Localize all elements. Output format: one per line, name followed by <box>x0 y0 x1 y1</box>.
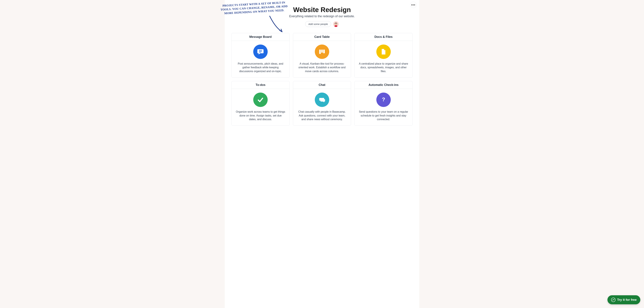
message-board-icon <box>253 44 268 59</box>
svg-rect-3 <box>259 50 262 51</box>
tool-desc: A visual, Kanban-like tool for process-o… <box>297 62 347 73</box>
people-row: Add some people <box>232 21 412 27</box>
tool-desc: Send questions to your team on a regular… <box>358 110 408 121</box>
svg-rect-7 <box>321 50 323 53</box>
svg-rect-8 <box>323 50 325 53</box>
to-dos-icon <box>253 93 268 107</box>
tool-card-docs-files[interactable]: Docs & Files A centralized place to orga… <box>354 33 412 78</box>
tool-card-to-dos[interactable]: To-dos Organize work across teams to get… <box>232 81 290 126</box>
more-options-button[interactable]: ••• <box>410 2 416 8</box>
svg-rect-2 <box>334 25 338 27</box>
tool-card-auto-checkins[interactable]: Automatic Check-ins ? Send questions to … <box>354 81 412 126</box>
svg-rect-6 <box>319 50 321 54</box>
tool-title: Card Table <box>293 33 351 41</box>
project-subtitle: Everything related to the redesign of ou… <box>232 14 412 18</box>
add-people-button[interactable]: Add some people <box>305 21 331 27</box>
auto-checkins-icon: ? <box>376 93 391 107</box>
svg-rect-5 <box>259 52 261 53</box>
svg-rect-4 <box>259 51 262 52</box>
tool-title: Chat <box>293 81 351 89</box>
tool-title: Automatic Check-ins <box>354 81 412 89</box>
svg-text:?: ? <box>382 97 385 102</box>
try-free-button[interactable]: Try it for free <box>608 295 640 304</box>
tool-title: Message Board <box>232 33 290 41</box>
chat-icon <box>315 93 329 107</box>
project-sheet: Projects start with a set of built-in to… <box>225 0 419 308</box>
tool-title: To-dos <box>232 81 290 89</box>
cta-label: Try it for free <box>617 298 636 302</box>
project-title: Website Redesign <box>232 6 412 13</box>
tool-desc: A centralized place to organize and shar… <box>358 62 408 73</box>
tool-card-card-table[interactable]: Card Table A visual, Kanban-like tool fo… <box>293 33 351 78</box>
trend-up-icon <box>611 298 616 302</box>
tool-card-message-board[interactable]: Message Board Post announcements, pitch … <box>232 33 290 78</box>
tool-card-chat[interactable]: Chat Chat casually with people in Baseca… <box>293 81 351 126</box>
tool-desc: Organize work across teams to get things… <box>236 110 286 121</box>
member-avatar[interactable] <box>333 21 339 27</box>
tool-desc: Chat casually with people in Basecamp. A… <box>297 110 347 121</box>
svg-point-1 <box>335 23 337 25</box>
tools-grid: Message Board Post announcements, pitch … <box>232 33 412 126</box>
card-table-icon <box>315 44 329 59</box>
tool-desc: Post announcements, pitch ideas, and gat… <box>236 62 286 73</box>
tool-title: Docs & Files <box>354 33 412 41</box>
docs-files-icon <box>376 44 391 59</box>
avatar-icon <box>333 21 339 27</box>
